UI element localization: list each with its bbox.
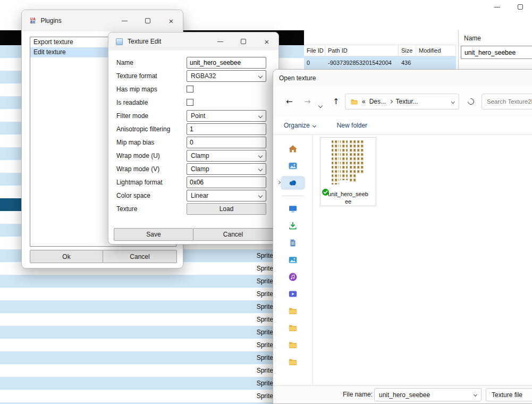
name-panel-input[interactable] <box>461 46 532 59</box>
chevron-down-icon <box>258 113 263 117</box>
texture-edit-minimize-button[interactable] <box>208 32 232 50</box>
texture-edit-maximize-button[interactable] <box>232 32 255 50</box>
column-header-path-id[interactable]: Path ID <box>325 45 399 56</box>
texture-format-select[interactable]: RGBA32 <box>187 70 266 82</box>
minimize-icon <box>494 7 500 7</box>
asset-row[interactable]: Sprite <box>0 313 304 326</box>
sidebar-item-folder[interactable] <box>273 354 313 371</box>
file-name-value: unit_hero_seebee <box>379 391 430 399</box>
texture-edit-window: Texture Edit × Name Texture format RGBA3… <box>108 32 279 245</box>
ok-button[interactable]: Ok <box>30 250 103 263</box>
name-input[interactable] <box>187 57 266 69</box>
column-header-modified[interactable]: Modified <box>416 45 456 56</box>
mip-map-bias-input[interactable] <box>187 137 266 148</box>
cancel-button[interactable]: Cancel <box>103 250 177 263</box>
sidebar-item-folder[interactable] <box>273 302 313 319</box>
address-bar[interactable]: « Des... Textur... <box>345 94 459 110</box>
desktop-icon <box>288 204 298 214</box>
wrap-mode-u-select[interactable]: Clamp <box>187 150 266 162</box>
refresh-button[interactable] <box>463 94 478 110</box>
name-panel: Name <box>458 30 532 69</box>
column-header-file-id[interactable]: File ID <box>304 45 325 56</box>
field-label: Anisotropic filtering <box>108 125 187 133</box>
recent-locations-button[interactable] <box>319 100 322 110</box>
filter-mode-select[interactable]: Point <box>187 110 266 122</box>
load-button[interactable]: Load <box>187 203 266 215</box>
sidebar-item-folder[interactable] <box>273 319 313 336</box>
asset-row[interactable]: Sprite <box>0 364 304 377</box>
sidebar-item-videos[interactable] <box>273 285 313 302</box>
folder-icon <box>288 306 298 316</box>
asset-row[interactable]: Sprite <box>0 351 304 364</box>
sidebar-item-pictures[interactable] <box>273 251 313 268</box>
sidebar-item-home[interactable] <box>273 140 313 157</box>
column-header-size[interactable]: Size <box>399 45 416 56</box>
back-button[interactable]: ← <box>286 87 293 116</box>
open-dialog-titlebar[interactable]: Open texture <box>273 70 532 87</box>
asset-row[interactable]: Sprite <box>0 300 304 313</box>
color-space-select[interactable]: Linear <box>187 190 266 201</box>
chevron-down-icon <box>474 393 477 397</box>
asset-type-label: Sprite <box>257 380 273 387</box>
sidebar-item-gallery[interactable] <box>273 157 313 174</box>
sidebar-item-onedrive[interactable] <box>273 174 313 191</box>
asset-type-label: Sprite <box>257 316 273 323</box>
asset-row[interactable]: Sprite <box>0 275 304 288</box>
minimize-icon <box>217 41 223 42</box>
search-input[interactable]: Search Texture2D <box>482 94 532 110</box>
texture-edit-close-button[interactable]: × <box>255 32 278 50</box>
texture-thumbnail <box>331 140 366 186</box>
asset-table: File ID Path ID Size Modified 0 -9037392… <box>304 45 456 70</box>
has-mip-maps-checkbox[interactable] <box>187 86 193 92</box>
asset-table-row[interactable]: 0 -9037392853201542004 436 <box>304 56 456 70</box>
save-button[interactable]: Save <box>114 228 193 241</box>
minimize-button[interactable] <box>485 0 509 14</box>
asset-row[interactable]: Sprite <box>0 288 304 300</box>
asset-row[interactable]: Sprite <box>0 377 304 390</box>
texture-edit-form: Name Texture format RGBA32 Has mip maps … <box>108 56 278 215</box>
file-item-unit-hero-seebee[interactable]: unit_hero_seeb ee <box>320 137 376 206</box>
sidebar-item-music[interactable] <box>273 268 313 285</box>
asset-row[interactable]: Sprite <box>0 390 304 402</box>
refresh-icon <box>467 97 476 106</box>
file-type-combo[interactable]: Texture file <box>486 388 532 401</box>
chevron-down-icon <box>258 166 263 171</box>
sidebar-item-desktop[interactable] <box>273 200 313 217</box>
chevron-down-icon <box>313 123 316 127</box>
lightmap-format-input[interactable] <box>187 176 266 188</box>
up-button[interactable]: ↑ <box>333 87 340 116</box>
forward-button[interactable]: → <box>304 87 311 116</box>
wrap-mode-v-select[interactable]: Clamp <box>187 163 266 175</box>
sidebar-item-downloads[interactable] <box>273 217 313 234</box>
asset-type-label: Sprite <box>257 341 273 349</box>
dialog-toolbar: Organize New folder <box>273 116 532 135</box>
plugins-close-button[interactable]: × <box>159 10 183 31</box>
plugins-minimize-button[interactable] <box>113 10 136 31</box>
name-panel-label: Name <box>464 35 532 42</box>
anisotropic-filtering-input[interactable] <box>187 123 266 135</box>
documents-icon <box>288 238 298 248</box>
asset-row[interactable]: Sprite <box>0 326 304 339</box>
breadcrumb-item-texture[interactable]: Textur... <box>396 98 418 105</box>
texture-edit-titlebar[interactable]: Texture Edit × <box>108 32 278 50</box>
folder-icon <box>288 340 298 350</box>
texture-edit-title: Texture Edit <box>128 38 161 45</box>
close-icon: × <box>265 37 269 46</box>
cell-file-id: 0 <box>304 56 325 70</box>
is-readable-checkbox[interactable] <box>187 99 193 106</box>
plugins-titlebar[interactable]: UA BE Plugins × <box>22 10 183 31</box>
plugins-maximize-button[interactable] <box>136 10 159 31</box>
maximize-button[interactable] <box>509 0 532 14</box>
cancel-button[interactable]: Cancel <box>193 228 273 241</box>
breadcrumb-item-desktop[interactable]: Des... <box>369 98 386 105</box>
sidebar-item-documents[interactable] <box>273 234 313 251</box>
chevron-down-icon[interactable] <box>451 100 454 103</box>
sidebar-item-folder[interactable] <box>273 336 313 354</box>
asset-type-label: Sprite <box>257 277 273 285</box>
organize-button[interactable]: Organize <box>284 122 316 129</box>
new-folder-button[interactable]: New folder <box>337 122 367 129</box>
breadcrumb-overflow[interactable]: « <box>362 98 366 105</box>
file-name-combo[interactable]: unit_hero_seebee <box>374 388 482 401</box>
chevron-right-icon[interactable] <box>277 181 280 184</box>
asset-row[interactable]: Sprite <box>0 339 304 351</box>
